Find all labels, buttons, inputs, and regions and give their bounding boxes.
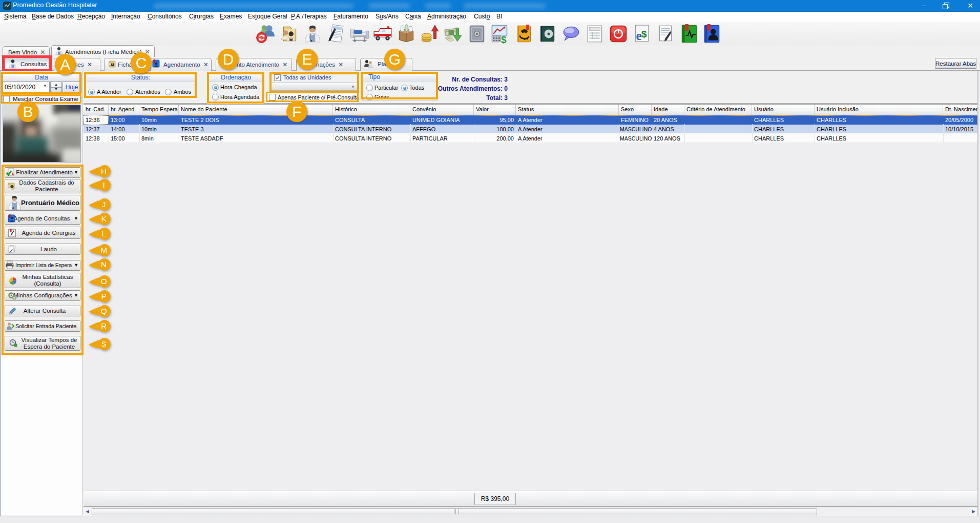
svg-text:L: L — [101, 229, 106, 238]
svg-text:N: N — [101, 260, 107, 269]
svg-text:P: P — [101, 292, 107, 300]
svg-text:$: $ — [641, 29, 647, 39]
svg-text:K: K — [101, 214, 107, 223]
svg-text:$: $ — [501, 34, 507, 44]
svg-text:O: O — [101, 277, 107, 286]
svg-text:I: I — [103, 180, 105, 189]
svg-text:H: H — [101, 167, 107, 175]
svg-text:J: J — [102, 200, 106, 209]
svg-text:Q: Q — [101, 307, 107, 315]
svg-text:S: S — [101, 339, 107, 348]
svg-text:M: M — [100, 246, 107, 254]
svg-text:R: R — [101, 321, 107, 330]
